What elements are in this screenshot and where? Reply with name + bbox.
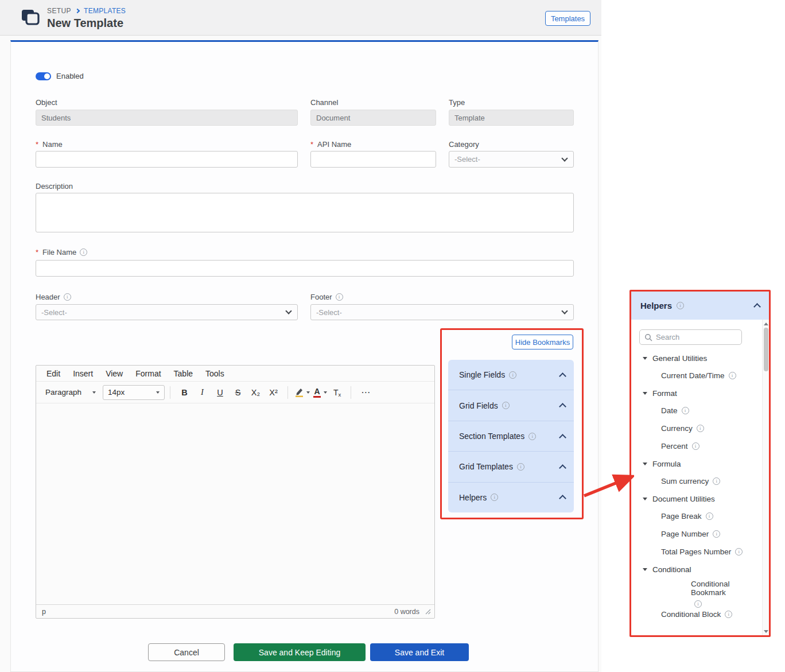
bold-button[interactable]: B	[176, 384, 193, 401]
info-icon[interactable]	[509, 371, 516, 379]
helpers-panel-header[interactable]: Helpers	[631, 292, 769, 320]
helper-group-formula[interactable]: Formula	[631, 455, 762, 472]
helper-item-percent[interactable]: Percent	[631, 437, 762, 455]
info-icon[interactable]	[502, 402, 510, 409]
helper-item-page-number[interactable]: Page Number	[631, 525, 762, 543]
templates-button[interactable]: Templates	[545, 11, 590, 26]
api-name-label: *API Name	[310, 140, 351, 149]
superscript-button[interactable]: X²	[265, 384, 282, 401]
italic-button[interactable]: I	[193, 384, 211, 401]
info-icon[interactable]	[694, 600, 702, 608]
info-icon[interactable]	[336, 293, 343, 301]
toolbar-divider	[287, 386, 288, 399]
helper-item-current-date-time[interactable]: Current Date/Time	[631, 367, 762, 384]
info-icon[interactable]	[729, 372, 736, 379]
menu-insert[interactable]: Insert	[67, 369, 99, 378]
bookmark-section-grid-fields[interactable]: Grid Fields	[448, 390, 574, 421]
type-label: Type	[449, 98, 465, 107]
info-icon[interactable]	[682, 407, 689, 414]
api-name-input[interactable]	[310, 151, 436, 168]
menu-format[interactable]: Format	[129, 369, 167, 378]
bookmark-section-grid-templates[interactable]: Grid Templates	[448, 452, 574, 482]
helper-item-conditional-block[interactable]: Conditional Block	[631, 605, 762, 623]
menu-view[interactable]: View	[99, 369, 129, 378]
element-path[interactable]: p	[42, 608, 46, 616]
helper-item-currency[interactable]: Currency	[631, 419, 762, 437]
resize-grip[interactable]	[425, 609, 431, 615]
info-icon[interactable]	[713, 477, 720, 485]
helper-group-document-utilities[interactable]: Document Utilities	[631, 490, 762, 507]
helper-item-date[interactable]: Date	[631, 402, 762, 419]
group-label: Document Utilities	[652, 495, 715, 503]
helper-group-format[interactable]: Format	[631, 384, 762, 402]
scroll-up-icon[interactable]	[763, 320, 769, 327]
font-size-select[interactable]: 14px	[103, 385, 165, 400]
underline-button[interactable]: U	[211, 384, 229, 401]
hide-bookmarks-button[interactable]: Hide Bookmarks	[512, 335, 573, 349]
info-icon[interactable]	[80, 248, 87, 256]
scroll-down-icon[interactable]	[763, 628, 769, 635]
info-icon[interactable]	[64, 293, 71, 301]
bookmark-section-helpers[interactable]: Helpers	[448, 483, 574, 512]
footer-select[interactable]: -Select-	[310, 304, 574, 320]
triangle-down-icon	[643, 357, 647, 360]
header-select[interactable]: -Select-	[36, 304, 298, 320]
helper-item-page-break[interactable]: Page Break	[631, 507, 762, 525]
info-icon[interactable]	[713, 530, 720, 538]
helper-label: Current Date/Time	[661, 371, 725, 380]
header-label-text: Header	[36, 293, 60, 301]
description-textarea[interactable]	[36, 193, 574, 232]
menu-edit[interactable]: Edit	[40, 369, 67, 378]
search-icon	[644, 333, 652, 341]
strikethrough-button[interactable]: S	[229, 384, 247, 401]
api-name-label-text: API Name	[317, 140, 351, 149]
bookmark-section-single-fields[interactable]: Single Fields	[448, 360, 574, 390]
cancel-button[interactable]: Cancel	[148, 643, 225, 661]
paragraph-style-select[interactable]: Paragraph	[41, 385, 100, 400]
word-count[interactable]: 0 words	[394, 608, 419, 616]
helper-item-sum-currency[interactable]: Sum currency	[631, 472, 762, 490]
subscript-button[interactable]: X₂	[247, 384, 265, 401]
helper-item-total-pages-number[interactable]: Total Pages Number	[631, 543, 762, 561]
caret-down-icon	[92, 391, 96, 394]
category-select[interactable]: -Select-	[449, 151, 574, 168]
helper-label: Page Number	[661, 530, 709, 538]
info-icon[interactable]	[697, 425, 704, 432]
scrollbar[interactable]	[762, 320, 769, 635]
info-icon[interactable]	[677, 302, 684, 309]
name-input[interactable]	[36, 151, 298, 168]
helper-group-conditional[interactable]: Conditional	[631, 561, 762, 578]
info-icon[interactable]	[692, 442, 699, 450]
breadcrumb-templates-link[interactable]: TEMPLATES	[84, 7, 126, 15]
menu-table[interactable]: Table	[168, 369, 199, 378]
rich-text-editor: Edit Insert View Format Table Tools Para…	[36, 365, 435, 619]
scrollbar-thumb[interactable]	[764, 328, 768, 371]
editor-statusbar: p 0 words	[36, 604, 434, 618]
font-color-button[interactable]: A	[312, 387, 329, 398]
helper-group-general-utilities[interactable]: General Utilities	[631, 349, 762, 367]
helper-item-conditional-bookmark[interactable]: Conditional Bookmark	[631, 578, 762, 605]
file-name-input[interactable]	[36, 260, 574, 277]
editor-content-area[interactable]	[36, 403, 434, 604]
chevron-up-icon	[559, 403, 566, 410]
info-icon[interactable]	[706, 512, 713, 520]
clear-formatting-button[interactable]: Tx	[329, 388, 345, 397]
highlight-pen-icon	[295, 387, 304, 397]
enabled-toggle[interactable]	[36, 72, 51, 80]
toolbar-divider	[351, 386, 351, 399]
highlight-color-button[interactable]	[293, 387, 312, 397]
bookmark-section-section-templates[interactable]: Section Templates	[448, 421, 574, 452]
info-icon[interactable]	[735, 548, 743, 556]
chevron-down-icon	[561, 308, 568, 314]
chevron-down-icon	[285, 308, 292, 314]
info-icon[interactable]	[517, 463, 524, 471]
menu-tools[interactable]: Tools	[199, 369, 231, 378]
save-and-keep-editing-button[interactable]: Save and Keep Editing	[234, 643, 366, 661]
info-icon[interactable]	[528, 433, 536, 440]
helpers-title: Helpers	[640, 301, 672, 310]
more-toolbar-button[interactable]: ⋯	[356, 387, 375, 398]
helpers-search-input[interactable]	[656, 333, 737, 341]
save-and-exit-button[interactable]: Save and Exit	[370, 643, 469, 661]
info-icon[interactable]	[491, 494, 498, 501]
info-icon[interactable]	[725, 611, 732, 618]
